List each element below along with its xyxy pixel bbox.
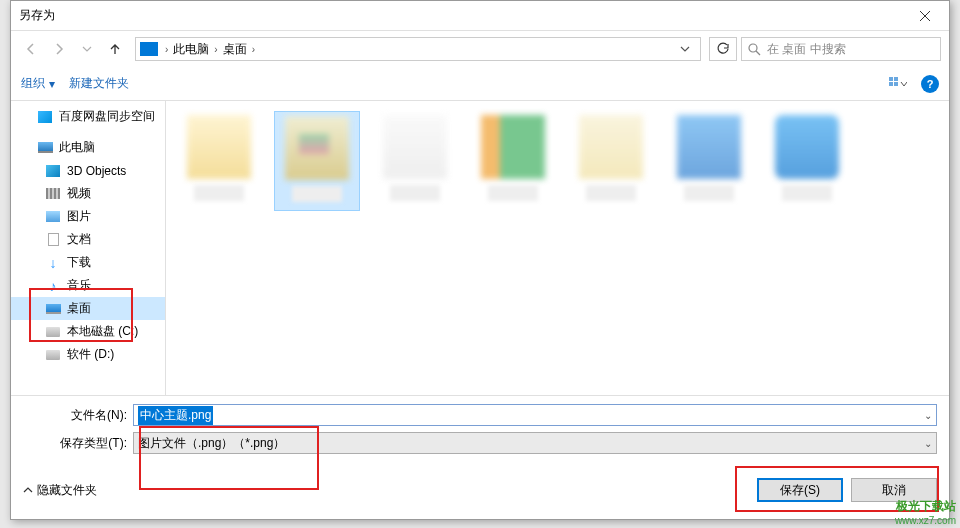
- sidebar-item-pictures[interactable]: 图片: [11, 205, 165, 228]
- search-icon: [748, 43, 761, 56]
- dialog-title: 另存为: [19, 7, 55, 24]
- file-item[interactable]: [470, 111, 556, 211]
- toolbar: 组织 ▾ 新建文件夹 ?: [11, 67, 949, 101]
- save-button[interactable]: 保存(S): [757, 478, 843, 502]
- chevron-down-icon: [82, 44, 92, 54]
- organize-menu[interactable]: 组织 ▾: [21, 75, 55, 92]
- music-icon: ♪: [45, 279, 61, 293]
- nav-forward[interactable]: [47, 37, 71, 61]
- breadcrumb-item[interactable]: 此电脑: [173, 41, 209, 58]
- refresh-icon: [716, 42, 730, 56]
- nav-bar: › 此电脑 › 桌面 › 在 桌面 中搜索: [11, 31, 949, 67]
- chevron-down-icon[interactable]: ⌄: [924, 438, 932, 449]
- nav-back[interactable]: [19, 37, 43, 61]
- file-item[interactable]: [666, 111, 752, 211]
- chevron-up-icon: [23, 485, 33, 495]
- arrow-up-icon: [108, 42, 122, 56]
- document-icon: [48, 233, 59, 246]
- svg-rect-4: [894, 82, 898, 86]
- sidebar-item-video[interactable]: 视频: [11, 182, 165, 205]
- file-item[interactable]: [274, 111, 360, 211]
- desktop-icon: [46, 304, 61, 314]
- 3d-icon: [46, 165, 60, 177]
- footer: 隐藏文件夹 保存(S) 取消: [11, 470, 949, 510]
- sidebar-item-music[interactable]: ♪音乐: [11, 274, 165, 297]
- sidebar-item-desktop[interactable]: 桌面: [11, 297, 165, 320]
- arrow-left-icon: [24, 42, 38, 56]
- breadcrumb-dropdown[interactable]: [674, 44, 696, 54]
- svg-point-0: [749, 44, 757, 52]
- bottom-panel: 文件名(N): 中心主题.png ⌄ 保存类型(T): 图片文件（.png）（*…: [11, 395, 949, 470]
- chevron-down-icon: [680, 44, 690, 54]
- chevron-right-icon: ›: [211, 44, 220, 55]
- filetype-value: 图片文件（.png）（*.png）: [138, 435, 285, 452]
- sidebar-item-documents[interactable]: 文档: [11, 228, 165, 251]
- close-icon: [920, 11, 930, 21]
- svg-rect-3: [889, 82, 893, 86]
- sidebar-item-disk-c[interactable]: 本地磁盘 (C:): [11, 320, 165, 343]
- file-item[interactable]: [764, 111, 850, 211]
- chevron-right-icon: ›: [249, 44, 258, 55]
- sidebar-item-pc[interactable]: 此电脑: [11, 136, 165, 159]
- disk-icon: [46, 350, 60, 360]
- hide-folders-toggle[interactable]: 隐藏文件夹: [23, 482, 97, 499]
- caret-down-icon: ▾: [49, 77, 55, 91]
- file-item[interactable]: [372, 111, 458, 211]
- arrow-right-icon: [52, 42, 66, 56]
- cancel-button[interactable]: 取消: [851, 478, 937, 502]
- disk-icon: [46, 327, 60, 337]
- cloud-icon: [38, 111, 52, 123]
- image-icon: [46, 211, 60, 222]
- filetype-label: 保存类型(T):: [23, 435, 133, 452]
- file-grid[interactable]: [166, 101, 949, 395]
- file-item[interactable]: [176, 111, 262, 211]
- download-icon: ↓: [45, 256, 61, 270]
- filename-value: 中心主题.png: [138, 406, 213, 425]
- new-folder-button[interactable]: 新建文件夹: [69, 75, 129, 92]
- sidebar-item-disk-d[interactable]: 软件 (D:): [11, 343, 165, 366]
- sidebar-item-3d[interactable]: 3D Objects: [11, 159, 165, 182]
- grid-icon: [889, 77, 907, 91]
- pc-icon: [38, 142, 53, 153]
- close-button[interactable]: [902, 2, 947, 30]
- pc-icon: [140, 42, 158, 56]
- file-item[interactable]: [568, 111, 654, 211]
- svg-rect-2: [894, 77, 898, 81]
- filetype-select[interactable]: 图片文件（.png）（*.png） ⌄: [133, 432, 937, 454]
- chevron-right-icon: ›: [162, 44, 171, 55]
- breadcrumb-item[interactable]: 桌面: [223, 41, 247, 58]
- nav-up[interactable]: [103, 37, 127, 61]
- view-mode-button[interactable]: [887, 75, 909, 93]
- sidebar-item-baidu[interactable]: 百度网盘同步空间: [11, 105, 165, 128]
- svg-rect-1: [889, 77, 893, 81]
- filename-input[interactable]: 中心主题.png ⌄: [133, 404, 937, 426]
- save-as-dialog: 另存为 › 此电脑 › 桌面 › 在 桌面 中搜索 组织 ▾ 新建文件夹: [10, 0, 950, 520]
- sidebar-item-downloads[interactable]: ↓下载: [11, 251, 165, 274]
- breadcrumb[interactable]: › 此电脑 › 桌面 ›: [135, 37, 701, 61]
- chevron-down-icon[interactable]: ⌄: [924, 410, 932, 421]
- refresh-button[interactable]: [709, 37, 737, 61]
- nav-recent[interactable]: [75, 37, 99, 61]
- help-button[interactable]: ?: [921, 75, 939, 93]
- filename-label: 文件名(N):: [23, 407, 133, 424]
- video-icon: [46, 188, 60, 199]
- sidebar[interactable]: 百度网盘同步空间 此电脑 3D Objects 视频 图片 文档 ↓下载 ♪音乐…: [11, 101, 166, 395]
- search-placeholder: 在 桌面 中搜索: [767, 41, 846, 58]
- dialog-body: 百度网盘同步空间 此电脑 3D Objects 视频 图片 文档 ↓下载 ♪音乐…: [11, 101, 949, 395]
- titlebar: 另存为: [11, 1, 949, 31]
- search-input[interactable]: 在 桌面 中搜索: [741, 37, 941, 61]
